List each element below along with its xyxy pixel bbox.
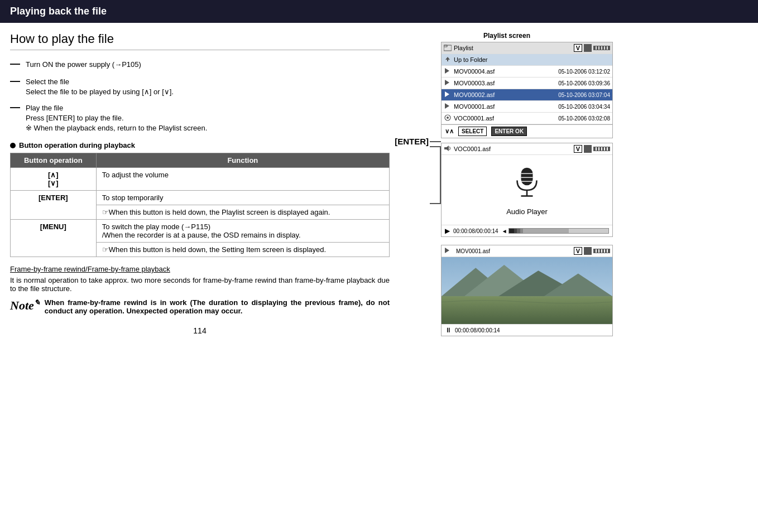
func-stop: To stop temporarily — [96, 191, 389, 205]
audio-player-label: Audio Player — [506, 207, 548, 216]
select-row: ∨∧ SELECT ENTER OK — [442, 124, 612, 138]
playlist-header-label: Playlist — [454, 45, 574, 51]
sq-ctrl-audio — [584, 145, 592, 153]
func-menu-play: To switch the play mode (→P115)/When the… — [96, 220, 389, 243]
audio-controls: V — [574, 145, 610, 153]
date-4: 05-10-2006 03:04:34 — [558, 104, 610, 110]
line-ctrl-audio — [593, 147, 610, 151]
svg-marker-9 — [447, 146, 449, 151]
sq-control — [584, 44, 592, 52]
nav-arrows: ∨∧ — [445, 128, 454, 135]
enter-bracket: [ENTER] — [401, 42, 441, 204]
date-3: 05-10-2006 03:07:04 — [558, 92, 610, 98]
key-updown: [∧][∨] — [11, 168, 97, 191]
up-to-folder-row: Up to Folder — [442, 54, 612, 66]
step-3-sub1: Press [ENTER] to play the file. — [26, 114, 390, 122]
video-file-icon-4 — [444, 102, 452, 111]
bullet-label: Button operation during playback — [10, 141, 390, 149]
select-button[interactable]: SELECT — [458, 127, 487, 136]
svg-point-7 — [447, 117, 449, 119]
table-row: [∧][∨] To adjust the volume — [11, 168, 390, 191]
step-1-dash: — — [10, 58, 21, 70]
col-function: Function — [96, 153, 389, 168]
audio-top-bar: VOC0001.asf V — [442, 143, 612, 155]
v-ctrl-audio[interactable]: V — [574, 145, 582, 153]
left-column: How to play the file — Turn ON the power… — [10, 32, 390, 336]
screens-list: Playlist V Up to Folder — [441, 42, 613, 336]
svg-marker-2 — [445, 68, 449, 74]
svg-rect-10 — [521, 168, 533, 186]
date-5: 05-10-2006 03:02:08 — [558, 115, 610, 122]
svg-rect-22 — [442, 296, 612, 324]
step-2: — Select the file Select the file to be … — [10, 78, 390, 96]
movie-preview-image — [442, 257, 612, 324]
v-ctrl-movie[interactable]: V — [574, 247, 582, 255]
audio-content: Audio Player — [442, 155, 612, 225]
movie-screen: MOV0001.asf V — [441, 245, 613, 336]
bullet-section: Button operation during playback Button … — [10, 141, 390, 257]
step-3: — Play the file Press [ENTER] to play th… — [10, 104, 390, 132]
playlist-header-row: Playlist V — [442, 42, 612, 54]
file-row-1: MOV00004.asf 05-10-2006 03:12:02 — [442, 66, 612, 78]
table-row: [ENTER] To stop temporarily — [11, 191, 390, 205]
svg-rect-1 — [444, 45, 447, 47]
v-control[interactable]: V — [574, 44, 582, 52]
audio-bottom-bar: ▶ 00:00:08/00:00:14 ◄ — [442, 225, 612, 236]
playlist-screen-label: Playlist screen — [401, 32, 613, 40]
file-row-3-highlighted: MOV00002.asf 05-10-2006 03:07:04 — [442, 89, 612, 101]
table-row: [MENU] To switch the play mode (→P115)/W… — [11, 220, 390, 243]
key-menu: [MENU] — [11, 220, 97, 257]
step-3-dash: — — [10, 101, 21, 113]
step-3-sub2: ※ When the playback ends, return to the … — [26, 124, 390, 132]
video-file-icon-1 — [444, 67, 452, 76]
line-ctrl-movie — [593, 249, 610, 253]
movie-bottom-bar: ⏸ 00:00:08/00:00:14 — [442, 324, 612, 336]
step-2-sub: Select the file to be played by using [∧… — [26, 88, 390, 96]
enter-ok-button[interactable]: ENTER OK — [491, 127, 527, 136]
movie-top-bar: MOV0001.asf V — [442, 245, 612, 257]
audio-speaker-icon — [444, 144, 452, 153]
frame-body: It is normal operation to take approx. t… — [10, 276, 390, 293]
frame-section: Frame-by-frame rewind/Frame-by-frame pla… — [10, 265, 390, 293]
step-1-text: Turn ON the power supply (→P105) — [26, 60, 141, 69]
step-3-main: Play the file — [26, 104, 390, 112]
bullet-dot-icon — [10, 143, 16, 148]
col-button: Button operation — [11, 153, 97, 168]
video-file-icon-2 — [444, 79, 452, 88]
play-icon[interactable]: ▶ — [445, 227, 450, 235]
movie-controls: V — [574, 247, 610, 255]
operations-table: Button operation Function [∧][∨] To adju… — [10, 153, 390, 257]
volume-low-icon: ◄ — [502, 228, 507, 234]
steps-list: — Turn ON the power supply (→P105) — Sel… — [10, 60, 390, 132]
audio-filename: VOC0001.asf — [454, 146, 572, 152]
microphone-icon — [507, 163, 546, 203]
note-text: When frame-by-frame rewind is in work (T… — [45, 298, 390, 315]
movie-time-display: 00:00:08/00:00:14 — [455, 327, 500, 333]
pause-icon[interactable]: ⏸ — [445, 326, 452, 334]
filename-4: MOV00001.asf — [454, 103, 556, 110]
playlist-header-controls: V — [574, 44, 610, 52]
folder-up-icon — [444, 55, 452, 64]
svg-marker-5 — [445, 103, 449, 109]
svg-marker-16 — [445, 248, 449, 253]
audio-screen: VOC0001.asf V — [441, 143, 613, 237]
movie-filename: MOV0001.asf — [456, 248, 572, 254]
time-display: 00:00:08/00:00:14 — [453, 228, 498, 234]
svg-rect-0 — [444, 45, 452, 51]
volume-bar — [508, 228, 609, 234]
audio-file-icon-5 — [444, 114, 452, 123]
line-control — [593, 46, 610, 50]
playlist-screen: Playlist V Up to Folder — [441, 42, 613, 138]
date-2: 05-10-2006 03:09:36 — [558, 80, 610, 86]
func-volume: To adjust the volume — [96, 168, 389, 191]
section-title: How to play the file — [10, 32, 390, 50]
step-2-dash: — — [10, 75, 21, 87]
sq-ctrl-movie — [584, 247, 592, 255]
frame-title: Frame-by-frame rewind/Frame-by-frame pla… — [10, 265, 390, 273]
filename-1: MOV00004.asf — [454, 68, 556, 75]
key-enter: [ENTER] — [11, 191, 97, 220]
up-to-folder-label: Up to Folder — [454, 56, 488, 63]
page-number: 114 — [10, 326, 390, 335]
folder-small-icon — [444, 43, 452, 52]
svg-rect-8 — [444, 147, 447, 149]
